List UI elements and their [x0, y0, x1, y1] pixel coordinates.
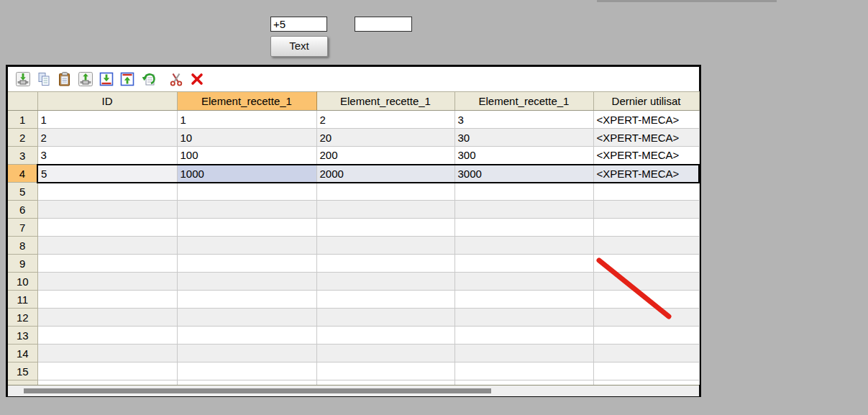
grid-cell[interactable]: [454, 219, 593, 237]
grid-cell[interactable]: [177, 273, 316, 291]
row-header[interactable]: 8: [8, 237, 37, 255]
grid-cell[interactable]: [454, 273, 593, 291]
grid-cell[interactable]: [454, 327, 593, 345]
grid-cell[interactable]: [177, 291, 316, 309]
text-button[interactable]: Text: [270, 36, 328, 57]
grid-cell[interactable]: [593, 183, 699, 201]
grid-cell[interactable]: [316, 219, 454, 237]
grid-cell[interactable]: [316, 255, 454, 273]
grid-cell[interactable]: 5: [37, 165, 177, 183]
grid-cell[interactable]: [37, 183, 177, 201]
grid-cell[interactable]: [37, 291, 177, 309]
grid-cell[interactable]: 100: [177, 147, 316, 165]
grid-cell[interactable]: [177, 345, 316, 362]
grid-cell[interactable]: [37, 327, 177, 345]
grid-cell[interactable]: [454, 183, 593, 201]
grid-cell[interactable]: [37, 309, 177, 327]
scrollbar-thumb[interactable]: [24, 388, 491, 393]
grid-cell[interactable]: [593, 327, 699, 345]
grid-cell[interactable]: [177, 255, 316, 273]
grid-cell[interactable]: 3: [37, 147, 177, 165]
column-header[interactable]: Element_recette_1: [316, 92, 454, 111]
column-header[interactable]: Element_recette_1: [454, 92, 593, 111]
grid-cell[interactable]: [37, 201, 177, 219]
grid-cell[interactable]: [177, 183, 316, 201]
grid-cell[interactable]: [316, 362, 454, 380]
revert-icon[interactable]: [140, 71, 156, 87]
grid-cell[interactable]: [454, 291, 593, 309]
grid-cell[interactable]: [37, 345, 177, 362]
corner-cell[interactable]: [8, 92, 37, 111]
row-header[interactable]: 3: [8, 147, 37, 165]
step-input[interactable]: [270, 17, 327, 32]
grid-cell[interactable]: 1: [177, 111, 316, 129]
import-into-table-icon[interactable]: [15, 71, 31, 87]
row-header[interactable]: 11: [8, 291, 37, 309]
row-header[interactable]: 2: [8, 129, 37, 147]
grid-cell[interactable]: 2000: [316, 165, 454, 183]
delete-icon[interactable]: [189, 71, 205, 87]
grid-cell[interactable]: [37, 237, 177, 255]
column-header[interactable]: Dernier utilisat: [593, 92, 699, 111]
grid-cell[interactable]: [454, 255, 593, 273]
export-from-table-icon[interactable]: [78, 71, 93, 87]
grid-cell[interactable]: [177, 237, 316, 255]
grid-cell[interactable]: [316, 237, 454, 255]
row-header[interactable]: 13: [8, 327, 37, 345]
grid-cell[interactable]: [454, 362, 593, 380]
row-header[interactable]: 6: [8, 201, 37, 219]
insert-row-above-icon[interactable]: [119, 71, 135, 87]
grid-cell[interactable]: [593, 237, 699, 255]
grid-cell[interactable]: 30: [454, 129, 593, 147]
row-header[interactable]: 1: [8, 111, 37, 129]
grid-cell[interactable]: 300: [454, 147, 593, 165]
row-header[interactable]: 4: [8, 165, 37, 183]
grid-cell[interactable]: 3: [454, 111, 593, 129]
grid-cell[interactable]: [454, 309, 593, 327]
grid-cell[interactable]: <XPERT-MECA>: [593, 165, 699, 183]
grid-cell[interactable]: 2: [37, 129, 177, 147]
grid-cell[interactable]: [593, 255, 699, 273]
grid-cell[interactable]: [37, 362, 177, 380]
grid-cell[interactable]: [177, 362, 316, 380]
column-header[interactable]: Element_recette_1: [177, 92, 316, 111]
grid-cell[interactable]: <XPERT-MECA>: [593, 111, 699, 129]
secondary-input[interactable]: [355, 17, 412, 32]
grid-cell[interactable]: [177, 309, 316, 327]
cut-icon[interactable]: [168, 71, 184, 87]
grid-cell[interactable]: [316, 273, 454, 291]
row-header[interactable]: 9: [8, 255, 37, 273]
row-header[interactable]: 12: [8, 309, 37, 327]
grid-cell[interactable]: [37, 255, 177, 273]
grid-cell[interactable]: 10: [177, 129, 316, 147]
grid-cell[interactable]: [316, 291, 454, 309]
grid-cell[interactable]: [454, 345, 593, 362]
grid-cell[interactable]: [316, 201, 454, 219]
paste-icon[interactable]: [57, 71, 73, 87]
grid-cell[interactable]: [454, 237, 593, 255]
copy-icon[interactable]: [36, 71, 52, 87]
grid-cell[interactable]: [593, 291, 699, 309]
grid-cell[interactable]: [454, 201, 593, 219]
grid-cell[interactable]: [316, 309, 454, 327]
grid-cell[interactable]: [593, 201, 699, 219]
grid-cell[interactable]: [177, 219, 316, 237]
grid-cell[interactable]: [37, 273, 177, 291]
grid-cell[interactable]: 1: [37, 111, 177, 129]
row-header[interactable]: 7: [8, 219, 37, 237]
grid-cell[interactable]: [316, 345, 454, 362]
grid-cell[interactable]: [593, 309, 699, 327]
horizontal-scrollbar[interactable]: [8, 385, 699, 396]
grid-cell[interactable]: 200: [316, 147, 454, 165]
grid-cell[interactable]: [316, 327, 454, 345]
column-header[interactable]: ID: [37, 92, 177, 111]
grid-cell[interactable]: [593, 345, 699, 362]
grid-cell[interactable]: [593, 219, 699, 237]
grid-cell[interactable]: [177, 327, 316, 345]
grid-cell[interactable]: [177, 201, 316, 219]
row-header[interactable]: 14: [8, 345, 37, 362]
grid-cell[interactable]: <XPERT-MECA>: [593, 129, 699, 147]
grid-cell[interactable]: [316, 183, 454, 201]
row-header[interactable]: 10: [8, 273, 37, 291]
grid-cell[interactable]: 3000: [454, 165, 593, 183]
